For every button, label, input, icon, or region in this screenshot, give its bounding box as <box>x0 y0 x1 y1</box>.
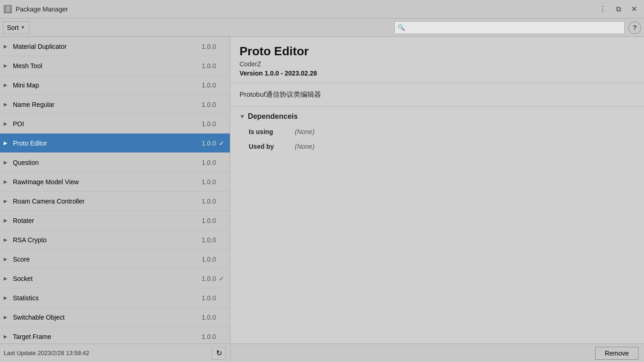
package-item[interactable]: ▶Mini Map1.0.0 <box>0 76 230 95</box>
dependencies-section: ▼ Dependenceis Is using (None) Used by (… <box>230 107 644 163</box>
sort-arrow-icon: ▼ <box>21 25 25 30</box>
package-version: 1.0.0 <box>202 43 216 50</box>
package-name: Rotater <box>13 217 202 224</box>
package-version: 1.0.0 <box>202 314 216 321</box>
package-arrow-icon: ▶ <box>4 295 11 300</box>
package-name: Name Regular <box>13 101 202 108</box>
package-name: Score <box>13 256 202 263</box>
package-arrow-icon: ▶ <box>4 237 11 242</box>
package-arrow-icon: ▶ <box>4 102 11 107</box>
package-item[interactable]: ▶Switchable Object1.0.0 <box>0 308 230 327</box>
package-name: Question <box>13 159 202 166</box>
status-bar: Last Update 2023/2/28 13:58:42 ↻ <box>0 344 230 362</box>
package-arrow-icon: ▶ <box>4 121 11 126</box>
package-item[interactable]: ▶Proto Editor1.0.0✓ <box>0 134 230 153</box>
detail-author: CoderZ <box>240 60 635 68</box>
package-item[interactable]: ▶Name Regular1.0.0 <box>0 95 230 114</box>
is-using-value: (None) <box>295 128 315 135</box>
package-name: Socket <box>13 275 202 282</box>
last-update-text: Last Update 2023/2/28 13:58:42 <box>4 350 208 356</box>
package-arrow-icon: ▶ <box>4 160 11 165</box>
package-version: 1.0.0 <box>202 159 216 166</box>
search-icon: 🔍 <box>398 24 405 31</box>
package-item[interactable]: ▶Material Duplicator1.0.0 <box>0 37 230 56</box>
detail-title: Proto Editor <box>240 44 635 58</box>
package-arrow-icon: ▶ <box>4 179 11 184</box>
sort-button[interactable]: Sort ▼ <box>3 21 29 34</box>
sort-label: Sort <box>7 24 19 31</box>
package-version: 1.0.0 <box>202 62 216 70</box>
detail-description: Protobuf通信协议类编辑器 <box>230 83 644 107</box>
package-item[interactable]: ▶Mesh Tool1.0.0 <box>0 56 230 76</box>
package-name: Roam Camera Controller <box>13 198 202 205</box>
close-button[interactable]: ✕ <box>627 4 640 15</box>
package-version: 1.0.0 <box>202 120 216 128</box>
package-version: 1.0.0 <box>202 101 216 108</box>
package-item[interactable]: ▶POI1.0.0 <box>0 114 230 134</box>
left-panel: ▶Material Duplicator1.0.0▶Mesh Tool1.0.0… <box>0 37 230 362</box>
package-version: 1.0.0 <box>202 294 216 302</box>
window-title: Package Manager <box>16 6 68 13</box>
detail-version: Version 1.0.0 - 2023.02.28 <box>240 70 635 77</box>
package-name: Proto Editor <box>13 140 202 147</box>
package-item[interactable]: ▶Rotater1.0.0 <box>0 211 230 230</box>
package-item[interactable]: ▶Target Frame1.0.0 <box>0 327 230 344</box>
search-input[interactable] <box>407 24 621 31</box>
used-by-value: (None) <box>295 143 315 150</box>
package-version: 1.0.0 <box>202 82 216 89</box>
title-bar-controls: ⋮ ⧉ ✕ <box>596 4 640 15</box>
package-item[interactable]: ▶Statistics1.0.0 <box>0 288 230 308</box>
package-arrow-icon: ▶ <box>4 334 11 339</box>
detail-header: Proto Editor CoderZ Version 1.0.0 - 2023… <box>230 37 644 83</box>
package-installed-icon: ✓ <box>219 140 226 147</box>
title-bar: ☰ Package Manager ⋮ ⧉ ✕ <box>0 0 644 18</box>
package-arrow-icon: ▶ <box>4 199 11 204</box>
package-arrow-icon: ▶ <box>4 218 11 223</box>
right-panel: Proto Editor CoderZ Version 1.0.0 - 2023… <box>230 37 644 362</box>
package-arrow-icon: ▶ <box>4 63 11 68</box>
dependencies-header: ▼ Dependenceis <box>240 112 635 121</box>
toolbar: Sort ▼ 🔍 ? <box>0 18 644 37</box>
package-item[interactable]: ▶RSA Crypto1.0.0 <box>0 230 230 250</box>
package-version: 1.0.0 <box>202 256 216 263</box>
help-button[interactable]: ? <box>628 21 641 34</box>
package-name: Mesh Tool <box>13 62 202 70</box>
package-arrow-icon: ▶ <box>4 44 11 49</box>
main-content: ▶Material Duplicator1.0.0▶Mesh Tool1.0.0… <box>0 37 644 362</box>
package-item[interactable]: ▶Score1.0.0 <box>0 250 230 269</box>
refresh-button[interactable]: ↻ <box>211 347 226 360</box>
package-item[interactable]: ▶Socket1.0.0✓ <box>0 269 230 288</box>
package-version: 1.0.0 <box>202 333 216 340</box>
detail-body: Protobuf通信协议类编辑器 ▼ Dependenceis Is using… <box>230 83 644 344</box>
used-by-label: Used by <box>249 143 295 150</box>
restore-button[interactable]: ⧉ <box>612 4 625 15</box>
package-version: 1.0.0 <box>202 217 216 224</box>
package-name: RawImage Model View <box>13 178 202 186</box>
more-options-button[interactable]: ⋮ <box>596 4 609 15</box>
search-box: 🔍 <box>394 21 625 34</box>
package-arrow-icon: ▶ <box>4 315 11 320</box>
package-installed-icon: ✓ <box>219 275 226 282</box>
package-name: Material Duplicator <box>13 43 202 50</box>
package-item[interactable]: ▶Roam Camera Controller1.0.0 <box>0 192 230 211</box>
action-bar: Remove <box>230 344 644 362</box>
package-name: Target Frame <box>13 333 202 340</box>
package-arrow-icon: ▶ <box>4 276 11 281</box>
package-version: 1.0.0 <box>202 236 216 244</box>
package-version: 1.0.0 <box>202 178 216 186</box>
package-item[interactable]: ▶RawImage Model View1.0.0 <box>0 172 230 192</box>
remove-button[interactable]: Remove <box>595 347 638 360</box>
package-version: 1.0.0 <box>202 140 216 147</box>
package-arrow-icon: ▶ <box>4 140 11 146</box>
package-name: POI <box>13 120 202 128</box>
package-version: 1.0.0 <box>202 275 216 282</box>
dep-collapse-icon: ▼ <box>240 113 245 120</box>
package-name: Statistics <box>13 294 202 302</box>
package-name: Mini Map <box>13 82 202 89</box>
package-arrow-icon: ▶ <box>4 82 11 88</box>
dependencies-label: Dependenceis <box>248 112 298 121</box>
is-using-row: Is using (None) <box>240 128 635 135</box>
package-name: RSA Crypto <box>13 236 202 244</box>
package-arrow-icon: ▶ <box>4 257 11 262</box>
package-item[interactable]: ▶Question1.0.0 <box>0 153 230 172</box>
